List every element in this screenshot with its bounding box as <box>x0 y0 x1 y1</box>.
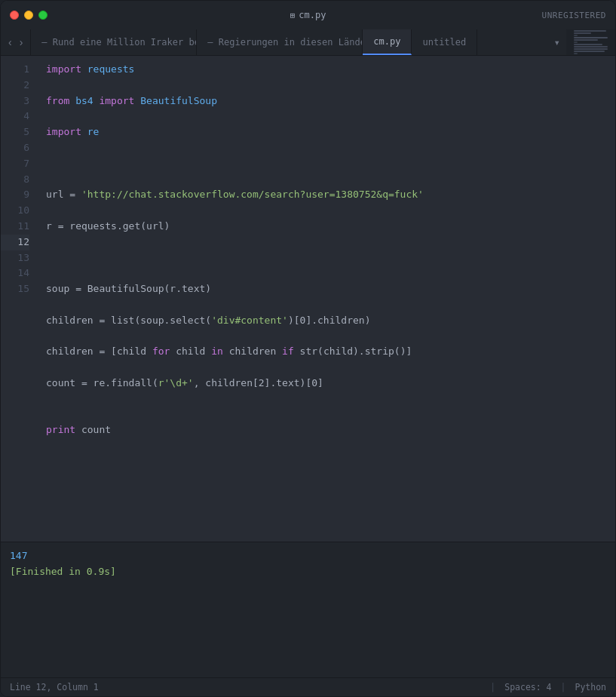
tab-list: – Rund eine Million Iraker befande – Reg… <box>31 29 547 55</box>
maximize-button[interactable] <box>38 11 48 20</box>
status-bar: Line 12, Column 1 | Spaces: 4 | Python <box>1 677 615 696</box>
tab-navigation: ‹ › <box>1 29 31 55</box>
window-title: cm.py <box>299 10 326 20</box>
status-divider-2: | <box>561 682 566 692</box>
code-content[interactable]: import requests from bs4 import Beautifu… <box>37 56 615 542</box>
indentation-info: Spaces: 4 <box>504 682 551 692</box>
status-divider-1: | <box>490 682 495 692</box>
unregistered-badge: UNREGISTERED <box>542 11 606 20</box>
tab-item-0[interactable]: – Rund eine Million Iraker befande <box>31 29 197 55</box>
window-title-area: ⊞ cm.py <box>290 10 326 20</box>
tab-item-cm[interactable]: cm.py <box>363 29 412 55</box>
output-number: 147 <box>10 548 606 564</box>
cursor-position: Line 12, Column 1 <box>10 682 481 692</box>
tab-nav-forward[interactable]: › <box>17 35 26 49</box>
output-finished: [Finished in 0.9s] <box>10 564 606 580</box>
app-window: ⊞ cm.py UNREGISTERED ‹ › – Rund eine Mil… <box>0 0 616 697</box>
tab-nav-back[interactable]: ‹ <box>5 35 15 49</box>
tab-item-untitled[interactable]: untitled <box>412 29 477 55</box>
close-button[interactable] <box>10 11 19 20</box>
file-icon: ⊞ <box>290 11 296 20</box>
traffic-lights <box>10 11 48 20</box>
tab-overflow-button[interactable]: ▾ <box>548 29 566 55</box>
title-bar: ⊞ cm.py UNREGISTERED <box>1 1 615 29</box>
tab-bar: ‹ › – Rund eine Million Iraker befande –… <box>1 29 615 56</box>
editor: 1 2 3 4 5 6 7 8 9 10 11 12 13 14 15 impo… <box>1 56 615 677</box>
output-pane: 147 [Finished in 0.9s] <box>1 542 615 677</box>
code-area[interactable]: 1 2 3 4 5 6 7 8 9 10 11 12 13 14 15 impo… <box>1 56 615 542</box>
minimize-button[interactable] <box>24 11 33 20</box>
line-numbers: 1 2 3 4 5 6 7 8 9 10 11 12 13 14 15 <box>1 56 37 542</box>
tab-item-1[interactable]: – Regierungen in diesen Ländern ihre Feh… <box>197 29 363 55</box>
language-mode: Python <box>575 682 606 692</box>
minimap-thumbnail <box>566 29 615 55</box>
